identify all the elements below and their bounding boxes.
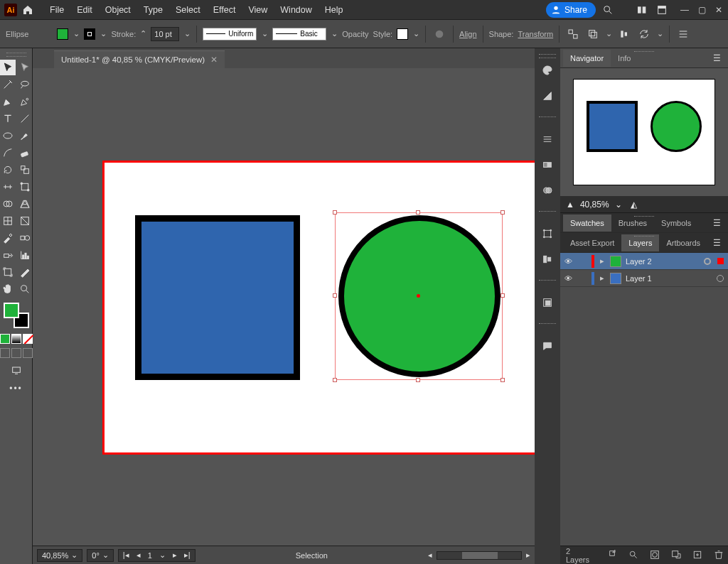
isolate-icon[interactable] (565, 26, 581, 42)
nav-zoom-value[interactable]: 40,85% (580, 200, 609, 210)
width-tool[interactable] (0, 179, 16, 195)
color-guide-icon[interactable] (540, 88, 555, 104)
libraries-icon[interactable] (540, 295, 555, 310)
gradient-tool[interactable] (17, 213, 33, 229)
minimize-button[interactable]: — (680, 5, 690, 15)
close-tab-icon[interactable]: ✕ (210, 55, 218, 65)
paintbrush-tool[interactable] (17, 128, 33, 143)
style-swatch[interactable] (397, 28, 408, 40)
transform-dd[interactable]: ⌄ (656, 29, 663, 38)
group-icon[interactable] (585, 26, 601, 42)
edit-toolbar[interactable]: ••• (9, 384, 23, 394)
style-dropdown[interactable]: ⌄ (412, 29, 419, 38)
menu-effect[interactable]: Effect (208, 2, 242, 18)
symbol-sprayer-tool[interactable] (0, 247, 16, 263)
mask-icon[interactable] (649, 549, 660, 562)
hand-tool[interactable] (0, 281, 16, 297)
delete-layer-icon[interactable] (713, 549, 724, 562)
group-dd[interactable]: ⌄ (605, 29, 612, 38)
slice-tool[interactable] (17, 264, 33, 280)
sublayer-icon[interactable] (670, 549, 682, 562)
zoom-field[interactable]: 40,85%⌄ (37, 549, 82, 562)
visibility-icon[interactable]: 👁 (564, 274, 574, 283)
tab-artboards[interactable]: Artboards (659, 234, 707, 251)
tab-asset-export[interactable]: Asset Export (563, 234, 621, 251)
blue-rectangle[interactable] (135, 215, 300, 380)
fill-swatch[interactable] (57, 28, 68, 40)
tab-navigator[interactable]: Navigator (563, 50, 611, 67)
tab-layers[interactable]: Layers (621, 234, 659, 251)
target-icon[interactable] (717, 275, 724, 282)
graph-tool[interactable] (17, 247, 33, 263)
align-link[interactable]: Align (459, 30, 476, 38)
stroke-weight-dropdown[interactable]: ⌄ (183, 29, 191, 38)
document-tab[interactable]: Untitled-1* @ 40,85 % (CMYK/Preview) ✕ (54, 50, 225, 68)
layer-name[interactable]: Layer 2 (626, 257, 652, 266)
brush-dropdown[interactable]: ⌄ (331, 29, 338, 38)
nav-zoom-in[interactable]: ◭ (631, 200, 637, 210)
fill-stroke-swatches[interactable] (4, 303, 29, 328)
layer-name[interactable]: Layer 1 (626, 274, 652, 283)
shaper-tool[interactable] (0, 145, 16, 161)
export-icon[interactable] (606, 549, 618, 562)
nav-zoom-dropdown[interactable]: ⌄ (615, 200, 622, 210)
tab-brushes[interactable]: Brushes (611, 215, 654, 232)
workspace-icon[interactable] (654, 2, 670, 18)
magic-wand-tool[interactable] (0, 77, 16, 92)
maximize-button[interactable]: ▢ (697, 5, 707, 15)
stroke-profile[interactable]: Uniform (203, 28, 257, 40)
transparency-panel-icon[interactable] (540, 183, 555, 198)
close-button[interactable]: ✕ (714, 5, 724, 15)
zoom-tool[interactable] (17, 281, 33, 297)
menu-view[interactable]: View (242, 2, 273, 18)
share-button[interactable]: Share (546, 2, 596, 18)
canvas[interactable] (33, 68, 535, 546)
gradient-panel-icon[interactable] (540, 157, 555, 173)
perspective-tool[interactable] (17, 196, 33, 212)
stroke-dropdown[interactable]: ⌄ (100, 29, 107, 38)
stroke-panel-icon[interactable] (540, 131, 555, 147)
menu-select[interactable]: Select (170, 2, 206, 18)
layer-row[interactable]: 👁 ▸ Layer 1 (560, 270, 728, 287)
draw-inside[interactable] (23, 348, 33, 358)
lasso-tool[interactable] (17, 77, 33, 92)
eraser-tool[interactable] (17, 145, 33, 161)
opacity-label[interactable]: Opacity (342, 30, 368, 38)
target-icon[interactable] (704, 258, 711, 265)
color-panel-icon[interactable] (540, 63, 555, 78)
navigator-preview[interactable] (560, 68, 728, 196)
menu-object[interactable]: Object (100, 2, 136, 18)
comments-icon[interactable] (540, 338, 555, 354)
layer-row[interactable]: 👁 ▸ Layer 2 (560, 253, 728, 270)
scale-tool[interactable] (17, 162, 33, 178)
menu-file[interactable]: File (44, 2, 70, 18)
menu-type[interactable]: Type (138, 2, 168, 18)
h-scrollbar[interactable] (437, 551, 522, 560)
fill-dropdown[interactable]: ⌄ (73, 29, 80, 38)
visibility-icon[interactable]: 👁 (564, 257, 574, 266)
brush-definition[interactable]: Basic (272, 28, 326, 40)
menu-help[interactable]: Help (319, 2, 349, 18)
home-icon[interactable] (21, 4, 34, 16)
twirl-icon[interactable]: ▸ (599, 273, 606, 283)
profile-dropdown[interactable]: ⌄ (261, 29, 268, 38)
twirl-icon[interactable]: ▸ (599, 256, 606, 266)
color-mode-none[interactable] (23, 334, 33, 344)
new-layer-icon[interactable] (692, 549, 703, 562)
color-mode-solid[interactable] (0, 334, 10, 344)
blend-tool[interactable] (17, 230, 33, 246)
navigator-menu-icon[interactable]: ☰ (709, 53, 725, 63)
swatches-menu-icon[interactable]: ☰ (709, 218, 725, 228)
draw-behind[interactable] (11, 348, 21, 358)
arrange-icon[interactable] (634, 2, 650, 18)
align2-icon[interactable] (616, 26, 632, 42)
nav-zoom-out[interactable]: ▲ (566, 200, 574, 210)
artboard-tool[interactable] (0, 264, 16, 280)
app-badge[interactable]: Ai (4, 4, 17, 16)
menu-edit[interactable]: Edit (71, 2, 98, 18)
free-transform-tool[interactable] (17, 179, 33, 195)
search-icon[interactable] (600, 2, 616, 18)
draw-normal[interactable] (0, 348, 10, 358)
scroll-left[interactable]: ◂ (428, 551, 432, 560)
curvature-tool[interactable] (17, 94, 33, 109)
